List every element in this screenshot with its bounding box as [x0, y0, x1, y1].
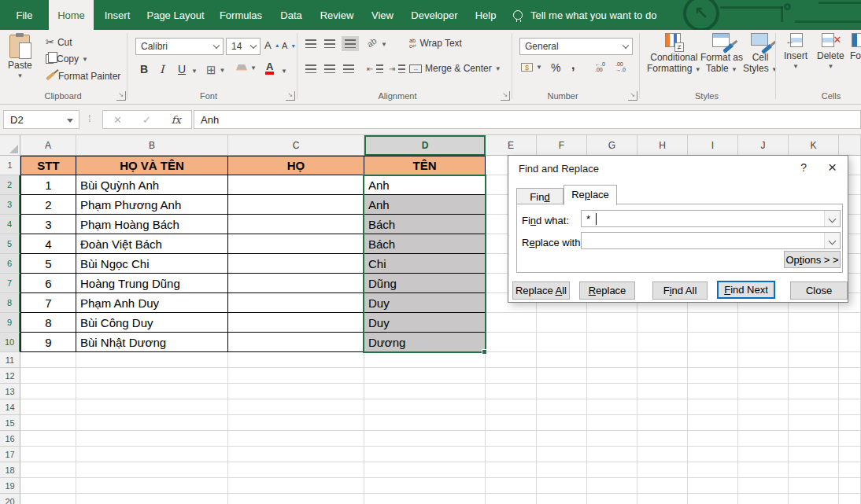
- cell-D8[interactable]: Duy: [364, 293, 486, 313]
- cell-D5[interactable]: Bách: [364, 234, 486, 254]
- tab-home[interactable]: Home: [49, 0, 94, 30]
- row-header-12[interactable]: 12: [0, 368, 20, 384]
- dialog-close-icon[interactable]: ×: [828, 159, 837, 176]
- cell-C8[interactable]: [228, 293, 364, 313]
- cell-D2[interactable]: Anh: [364, 175, 486, 195]
- find-next-button[interactable]: Find Next: [717, 281, 775, 299]
- font-color-button[interactable]: A: [265, 61, 274, 75]
- cell-B6[interactable]: Bùi Ngọc Chi: [76, 254, 228, 274]
- font-name-combobox[interactable]: Calibri: [135, 38, 224, 55]
- orientation-button[interactable]: ab: [365, 36, 379, 50]
- decrease-font-button[interactable]: A▼: [282, 41, 296, 50]
- cell-C3[interactable]: [228, 195, 364, 215]
- wrap-text-button[interactable]: abc↵ Wrap Text: [409, 38, 462, 49]
- row-header-16[interactable]: 16: [0, 431, 20, 447]
- number-dialog-launcher[interactable]: ↘: [628, 91, 637, 101]
- row-header-9[interactable]: 9: [0, 313, 20, 333]
- cell-C2[interactable]: [228, 175, 364, 195]
- font-size-combobox[interactable]: 14: [226, 38, 261, 55]
- cell-B4[interactable]: Phạm Hoàng Bách: [76, 215, 228, 234]
- cell-D6[interactable]: Chi: [364, 254, 486, 274]
- cut-button[interactable]: ✂ Cut: [46, 36, 72, 48]
- row-header-8[interactable]: 8: [0, 293, 20, 313]
- percent-style-button[interactable]: %: [551, 61, 560, 74]
- bottom-align-button[interactable]: [342, 36, 359, 51]
- cell-B5[interactable]: Đoàn Việt Bách: [76, 234, 228, 254]
- tab-find[interactable]: Find: [516, 188, 564, 204]
- bold-button[interactable]: B: [140, 63, 148, 75]
- column-header-F[interactable]: F: [537, 135, 587, 156]
- clipboard-dialog-launcher[interactable]: ↘: [116, 91, 126, 101]
- increase-font-button[interactable]: A▲: [264, 39, 280, 51]
- cell-styles-button[interactable]: Cell Styles ▼: [743, 33, 778, 75]
- cell-B3[interactable]: Phạm Phương Anh: [76, 195, 228, 215]
- insert-cells-button[interactable]: ← Insert ▼: [784, 33, 807, 70]
- cell-C6[interactable]: [228, 254, 364, 274]
- replace-all-button[interactable]: Replace All: [512, 281, 570, 300]
- tab-view[interactable]: View: [363, 0, 402, 30]
- select-all-corner[interactable]: [0, 135, 20, 156]
- font-dialog-launcher[interactable]: ↘: [286, 91, 295, 101]
- cell-A3[interactable]: 2: [20, 195, 76, 215]
- cell-D3[interactable]: Anh: [364, 195, 486, 215]
- tab-review[interactable]: Review: [311, 0, 363, 30]
- delete-cells-button[interactable]: ✕ Delete ▼: [817, 33, 844, 70]
- cell-B9[interactable]: Bùi Công Duy: [76, 313, 228, 333]
- cell-A8[interactable]: 7: [20, 293, 76, 313]
- align-left-button[interactable]: [305, 64, 316, 73]
- row-header-19[interactable]: 19: [0, 478, 20, 494]
- cell-A4[interactable]: 3: [20, 215, 76, 234]
- formula-input[interactable]: Anh: [194, 110, 861, 129]
- cell-D1[interactable]: TÊN: [364, 156, 486, 175]
- row-header-2[interactable]: 2: [0, 175, 20, 195]
- row-header-14[interactable]: 14: [0, 399, 20, 415]
- column-header-partial[interactable]: [839, 135, 861, 156]
- close-button[interactable]: Close: [790, 281, 848, 300]
- row-header-3[interactable]: 3: [0, 195, 20, 215]
- cell-A10[interactable]: 9: [20, 333, 76, 352]
- replace-with-dropdown[interactable]: [824, 233, 840, 248]
- middle-align-button[interactable]: [324, 39, 335, 48]
- find-what-dropdown[interactable]: [824, 211, 840, 226]
- cell-D10[interactable]: Dương: [364, 333, 486, 352]
- column-header-A[interactable]: A: [20, 135, 76, 156]
- insert-function-icon[interactable]: fx: [172, 114, 181, 126]
- conditional-formatting-button[interactable]: ≠ Conditional Formatting ▼: [647, 33, 701, 75]
- cell-D9[interactable]: Duy: [364, 313, 486, 333]
- tell-me-box[interactable]: Tell me what you want to do: [513, 0, 656, 30]
- cell-D7[interactable]: Dũng: [364, 274, 486, 293]
- options-button[interactable]: Options > >: [784, 251, 841, 268]
- replace-with-input[interactable]: [581, 232, 841, 249]
- column-header-J[interactable]: J: [738, 135, 789, 156]
- increase-indent-button[interactable]: ⇥: [389, 64, 405, 73]
- tab-help[interactable]: Help: [467, 0, 504, 30]
- cell-A9[interactable]: 8: [20, 313, 76, 333]
- accounting-format-button[interactable]: $ ▼: [521, 63, 542, 72]
- replace-button[interactable]: Replace: [579, 281, 635, 300]
- cell-C7[interactable]: [228, 274, 364, 293]
- align-center-button[interactable]: [324, 64, 335, 73]
- tab-insert[interactable]: Insert: [94, 0, 141, 30]
- cell-C5[interactable]: [228, 234, 364, 254]
- tab-replace[interactable]: Replace: [564, 185, 617, 205]
- merge-center-button[interactable]: ↔ Merge & Center ▼: [409, 63, 501, 74]
- column-header-B[interactable]: B: [76, 135, 228, 156]
- increase-decimal-button[interactable]: ←.0.00: [595, 61, 605, 72]
- font-color-dropdown[interactable]: ▼: [281, 68, 287, 75]
- align-right-button[interactable]: [343, 64, 354, 73]
- tab-formulas[interactable]: Formulas: [210, 0, 272, 30]
- cell-B2[interactable]: Bùi Quỳnh Anh: [76, 175, 228, 195]
- column-header-C[interactable]: C: [228, 135, 364, 156]
- top-align-button[interactable]: [305, 39, 316, 48]
- row-header-15[interactable]: 15: [0, 415, 20, 431]
- column-header-H[interactable]: H: [637, 135, 688, 156]
- paste-button[interactable]: Paste ▼: [8, 35, 32, 79]
- row-header-6[interactable]: 6: [0, 254, 20, 274]
- tab-data[interactable]: Data: [272, 0, 311, 30]
- row-header-5[interactable]: 5: [0, 234, 20, 254]
- dialog-help-button[interactable]: ?: [800, 161, 807, 174]
- column-header-I[interactable]: I: [688, 135, 738, 156]
- find-all-button[interactable]: Find All: [652, 281, 708, 300]
- alignment-dialog-launcher[interactable]: ↘: [501, 91, 510, 101]
- cell-A2[interactable]: 1: [20, 175, 76, 195]
